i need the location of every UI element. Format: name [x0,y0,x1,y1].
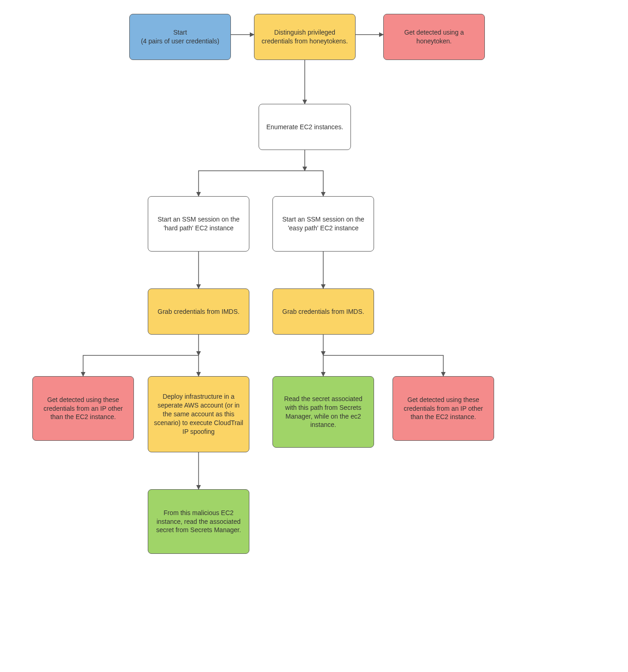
flowchart-canvas: Start (4 pairs of user credentials) Dist… [0,0,628,672]
node-ssm-easy: Start an SSM session on the 'easy path' … [272,196,374,252]
node-imds-left: Grab credentials from IMDS. [148,288,249,335]
node-distinguish: Distinguish privileged credentials from … [254,14,356,60]
node-detect-right: Get detected using these credentials fro… [392,376,494,441]
node-start: Start (4 pairs of user credentials) [129,14,231,60]
node-imds-right: Grab credentials from IMDS. [272,288,374,335]
node-deploy-infra: Deploy infrastructure in a seperate AWS … [148,376,249,452]
edge-split-hard [199,171,305,196]
node-read-secret-hard: From this malicious EC2 instance, read t… [148,489,249,554]
node-detect-honeytoken: Get detected using a honeytoken. [383,14,485,60]
edges-layer [0,0,628,672]
node-detect-left: Get detected using these credentials fro… [32,376,134,441]
edge-split-easy [305,171,323,196]
edge-imdsleft-detect [83,355,199,376]
edge-imdsright-detect [323,355,443,376]
node-ssm-hard: Start an SSM session on the 'hard path' … [148,196,249,252]
node-enumerate: Enumerate EC2 instances. [259,104,351,150]
node-read-secret-easy: Read the secret associated with this pat… [272,376,374,448]
